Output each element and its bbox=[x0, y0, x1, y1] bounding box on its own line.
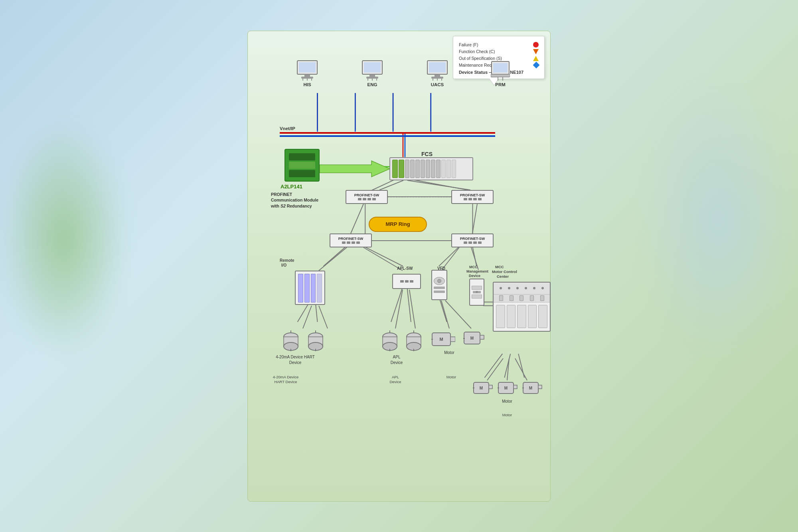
legend-maintenance-icon bbox=[533, 61, 540, 68]
fcs-label: FCS bbox=[421, 151, 433, 157]
prm-icon bbox=[491, 60, 510, 81]
profinet-sw-top-right: PROFINET-SW bbox=[451, 190, 494, 204]
legend-failure-icon bbox=[533, 42, 539, 47]
svg-text:MCC: MCC bbox=[469, 265, 478, 269]
uacs-label: UACS bbox=[431, 82, 444, 87]
mcc-cc-box bbox=[493, 282, 551, 332]
connection-lines bbox=[248, 31, 550, 501]
svg-rect-39 bbox=[364, 62, 381, 73]
vnet-blue-bus bbox=[280, 135, 495, 137]
workstation-eng: ENG bbox=[361, 60, 384, 87]
svg-text:M: M bbox=[439, 337, 443, 342]
svg-text:I/O: I/O bbox=[281, 263, 287, 267]
svg-text:Motor: Motor bbox=[502, 413, 512, 417]
svg-line-76 bbox=[507, 358, 509, 380]
motor-bottom-3: M bbox=[522, 380, 542, 397]
remote-io-box bbox=[295, 271, 325, 305]
svg-line-59 bbox=[407, 180, 470, 190]
svg-rect-54 bbox=[491, 74, 510, 77]
svg-text:APL: APL bbox=[392, 375, 399, 379]
svg-line-68 bbox=[303, 306, 312, 328]
motor-bottom-1: M bbox=[473, 380, 493, 397]
uacs-icon bbox=[426, 60, 449, 81]
svg-line-30 bbox=[518, 354, 524, 378]
svg-text:Management: Management bbox=[466, 269, 488, 273]
motor-1: M bbox=[431, 330, 455, 349]
svg-text:M: M bbox=[504, 386, 508, 390]
svg-rect-124 bbox=[489, 385, 492, 389]
svg-line-73 bbox=[445, 301, 471, 328]
svg-line-69 bbox=[319, 306, 328, 328]
legend-failure-label: Failure (F) bbox=[459, 42, 530, 47]
his-label: HIS bbox=[303, 82, 311, 87]
a2lp-module bbox=[284, 149, 320, 182]
svg-rect-128 bbox=[514, 385, 517, 389]
svg-line-67 bbox=[471, 247, 478, 270]
svg-rect-120 bbox=[480, 335, 484, 339]
svg-line-28 bbox=[484, 354, 502, 378]
label-motor-mcc: Motor bbox=[483, 399, 531, 403]
svg-line-22 bbox=[298, 302, 310, 322]
svg-text:Motor Control: Motor Control bbox=[492, 269, 517, 274]
svg-rect-41 bbox=[366, 77, 378, 79]
vnet-label: Vnet/IP bbox=[280, 126, 499, 131]
svg-rect-32 bbox=[299, 62, 316, 73]
svg-line-23 bbox=[316, 302, 318, 322]
workstations-row: HIS ENG bbox=[296, 60, 510, 87]
motor-bottom-2: M bbox=[498, 380, 518, 397]
label-apl-device: APLDevice bbox=[383, 354, 411, 366]
profinet-sw-bottom-right: PROFINET-SW bbox=[451, 233, 494, 247]
svg-text:Center: Center bbox=[497, 274, 509, 279]
svg-rect-132 bbox=[538, 385, 542, 389]
svg-line-75 bbox=[487, 358, 503, 380]
green-arrow bbox=[320, 159, 390, 179]
svg-line-61 bbox=[472, 204, 477, 233]
svg-line-12 bbox=[371, 179, 395, 190]
diagram-container: Failure (F) Function Check (C) Out of Sp… bbox=[247, 31, 551, 502]
eng-icon bbox=[361, 60, 384, 81]
svg-text:M: M bbox=[529, 386, 532, 390]
svg-text:Device: Device bbox=[389, 380, 401, 384]
field-connections: Remote I/O APL-SW VFD MCC Management Dev… bbox=[248, 31, 551, 502]
legend-failure-row: Failure (F) bbox=[459, 42, 539, 47]
vfd-box bbox=[431, 270, 447, 300]
svg-text:Remote: Remote bbox=[280, 258, 294, 263]
profinet-sw-top-left: PROFINET-SW bbox=[346, 190, 388, 204]
fcs-module bbox=[389, 157, 473, 180]
svg-line-66 bbox=[441, 247, 459, 271]
svg-line-29 bbox=[504, 354, 510, 378]
svg-text:Device: Device bbox=[469, 274, 480, 278]
workstation-uacs: UACS bbox=[426, 60, 449, 87]
svg-line-13 bbox=[411, 179, 471, 190]
apl-device-2 bbox=[405, 330, 423, 351]
svg-rect-40 bbox=[369, 74, 375, 77]
svg-line-60 bbox=[351, 204, 363, 233]
his-icon bbox=[296, 60, 319, 81]
svg-line-65 bbox=[363, 247, 403, 271]
svg-text:MCC: MCC bbox=[495, 265, 504, 269]
svg-line-25 bbox=[407, 286, 411, 322]
sensor-hart-1 bbox=[282, 330, 300, 351]
svg-line-19 bbox=[365, 247, 403, 266]
svg-text:4-20mA Device: 4-20mA Device bbox=[273, 375, 298, 379]
legend-function-label: Function Check (C) bbox=[459, 49, 530, 54]
svg-text:HART Device: HART Device bbox=[274, 380, 297, 384]
svg-text:M: M bbox=[470, 336, 474, 340]
workstation-prm: PRM bbox=[491, 60, 510, 87]
svg-text:Motor: Motor bbox=[446, 375, 456, 379]
prm-label: PRM bbox=[495, 82, 506, 87]
svg-rect-53 bbox=[493, 63, 508, 73]
svg-line-21 bbox=[473, 247, 477, 266]
svg-line-64 bbox=[319, 247, 347, 271]
vnet-red-bus bbox=[280, 132, 495, 134]
mcc-mgmt-box: 0 bbox=[469, 279, 484, 306]
svg-marker-57 bbox=[320, 161, 390, 177]
svg-line-77 bbox=[515, 358, 527, 380]
svg-rect-33 bbox=[304, 74, 310, 77]
svg-line-24 bbox=[391, 286, 403, 322]
svg-line-58 bbox=[379, 180, 403, 190]
a2lp-label: A2LP141 bbox=[280, 184, 302, 190]
svg-text:M: M bbox=[480, 386, 483, 390]
a2lp-desc: PROFINETCommunication Modulewith S2 Redu… bbox=[271, 192, 323, 209]
profinet-sw-bottom-left: PROFINET-SW bbox=[330, 233, 372, 247]
